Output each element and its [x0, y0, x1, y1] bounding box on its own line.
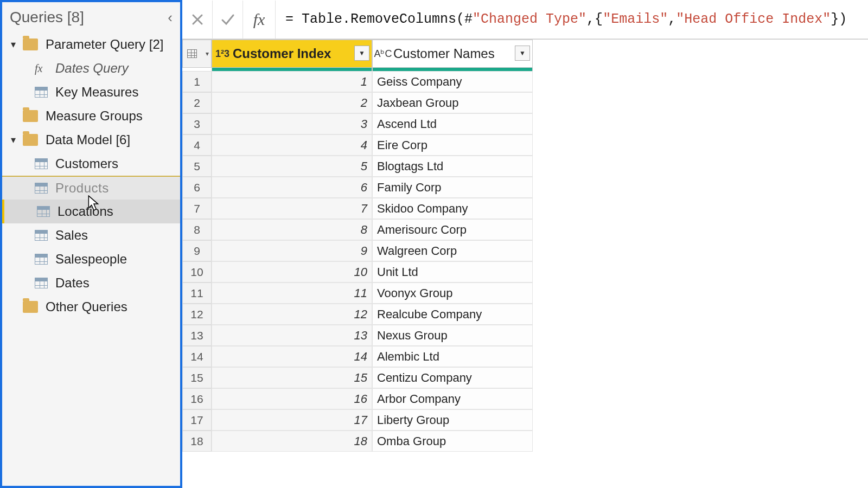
expander-down-icon[interactable]: ▾ — [11, 134, 21, 146]
cell-customer-index[interactable]: 13 — [212, 325, 372, 346]
cell-customer-index[interactable]: 15 — [212, 367, 372, 388]
cell-customer-index[interactable]: 5 — [212, 156, 372, 177]
cell-customer-name[interactable]: Eire Corp — [372, 134, 533, 156]
data-grid-body: 123456789101112131415161718 123456789101… — [182, 71, 868, 452]
folder-icon — [23, 110, 38, 122]
cell-customer-name[interactable]: Skidoo Company — [372, 198, 533, 219]
query-item-label: Dates Query — [55, 61, 129, 76]
query-group[interactable]: ▾Parameter Query [2] — [2, 33, 180, 56]
cell-customer-index[interactable]: 7 — [212, 198, 372, 219]
row-number[interactable]: 3 — [182, 113, 212, 134]
collapse-panel-button[interactable]: ‹ — [168, 10, 173, 24]
row-number[interactable]: 2 — [182, 92, 212, 113]
row-number[interactable]: 10 — [182, 261, 212, 282]
table-icon — [35, 254, 48, 265]
cell-customer-index[interactable]: 6 — [212, 177, 372, 198]
cell-customer-index[interactable]: 1 — [212, 71, 372, 92]
cell-customer-name[interactable]: Omba Group — [372, 431, 533, 452]
query-item[interactable]: Products — [2, 176, 180, 200]
query-item[interactable]: Sales — [2, 223, 180, 247]
column-filter-button[interactable]: ▼ — [515, 46, 530, 61]
query-item-label: Dates — [55, 275, 90, 291]
folder-icon — [23, 301, 38, 313]
data-grid-header: ▾ 1²3 Customer Index ▼ AᵇC Customer Name… — [182, 39, 868, 68]
cell-customer-name[interactable]: Voonyx Group — [372, 282, 533, 304]
row-number[interactable]: 6 — [182, 177, 212, 198]
query-item-label: Key Measures — [55, 85, 138, 100]
row-number[interactable]: 15 — [182, 367, 212, 388]
row-number[interactable]: 8 — [182, 219, 212, 240]
folder-icon — [23, 134, 38, 146]
query-group-label: Data Model [6] — [46, 132, 130, 147]
cell-customer-name[interactable]: Liberty Group — [372, 409, 533, 431]
cancel-formula-button[interactable] — [182, 1, 213, 38]
fx-icon: fx — [243, 1, 276, 38]
query-item[interactable]: Customers — [2, 152, 180, 176]
query-item[interactable]: Dates — [2, 271, 180, 295]
cell-customer-index[interactable]: 12 — [212, 304, 372, 325]
row-number[interactable]: 16 — [182, 388, 212, 409]
row-number[interactable]: 7 — [182, 198, 212, 219]
query-group[interactable]: Measure Groups — [2, 104, 180, 128]
row-number[interactable]: 17 — [182, 409, 212, 431]
formula-bar: fx = Table.RemoveColumns(#"Changed Type"… — [182, 0, 868, 39]
cell-customer-name[interactable]: Ascend Ltd — [372, 113, 533, 134]
query-item[interactable]: fxDates Query — [2, 56, 180, 80]
cell-customer-index[interactable]: 16 — [212, 388, 372, 409]
cell-customer-index[interactable]: 9 — [212, 240, 372, 261]
expander-down-icon[interactable]: ▾ — [11, 38, 21, 50]
query-group-label: Other Queries — [46, 299, 127, 314]
row-number[interactable]: 18 — [182, 431, 212, 452]
cell-customer-index[interactable]: 2 — [212, 92, 372, 113]
cell-customer-name[interactable]: Amerisourc Corp — [372, 219, 533, 240]
folder-icon — [23, 38, 38, 50]
formula-input[interactable]: = Table.RemoveColumns(#"Changed Type",{"… — [276, 1, 868, 38]
column-filter-button[interactable]: ▼ — [354, 46, 369, 61]
cell-customer-name[interactable]: Arbor Company — [372, 388, 533, 409]
commit-formula-button[interactable] — [213, 1, 243, 38]
cell-customer-index[interactable]: 14 — [212, 346, 372, 367]
column-header-label: Customer Index — [233, 46, 331, 61]
cell-customer-name[interactable]: Family Corp — [372, 177, 533, 198]
row-number[interactable]: 14 — [182, 346, 212, 367]
table-icon — [35, 158, 48, 169]
column-header-customer-names[interactable]: AᵇC Customer Names ▼ — [372, 40, 533, 68]
row-number[interactable]: 5 — [182, 156, 212, 177]
query-group-label: Measure Groups — [46, 108, 143, 124]
query-item-label: Locations — [58, 204, 113, 219]
row-number[interactable]: 13 — [182, 325, 212, 346]
row-number[interactable]: 9 — [182, 240, 212, 261]
query-group[interactable]: ▾Data Model [6] — [2, 128, 180, 152]
cell-customer-index[interactable]: 10 — [212, 261, 372, 282]
queries-panel: Queries [8] ‹ ▾Parameter Query [2]fxDate… — [0, 0, 182, 488]
cell-customer-index[interactable]: 4 — [212, 134, 372, 156]
cell-customer-name[interactable]: Unit Ltd — [372, 261, 533, 282]
row-number[interactable]: 4 — [182, 134, 212, 156]
query-item[interactable]: Salespeople — [2, 247, 180, 271]
row-number[interactable]: 1 — [182, 71, 212, 92]
cell-customer-index[interactable]: 3 — [212, 113, 372, 134]
cell-customer-index[interactable]: 18 — [212, 431, 372, 452]
cell-customer-name[interactable]: Walgreen Corp — [372, 240, 533, 261]
query-item-label: Products — [55, 181, 109, 196]
cell-customer-name[interactable]: Nexus Group — [372, 325, 533, 346]
cell-customer-index[interactable]: 17 — [212, 409, 372, 431]
column-header-customer-index[interactable]: 1²3 Customer Index ▼ — [212, 40, 372, 68]
query-item[interactable]: Locations — [2, 200, 180, 223]
table-icon — [37, 206, 50, 217]
grid-corner-button[interactable]: ▾ — [182, 40, 212, 68]
query-item[interactable]: Key Measures — [2, 80, 180, 104]
row-number[interactable]: 12 — [182, 304, 212, 325]
cell-customer-name[interactable]: Geiss Company — [372, 71, 533, 92]
query-item-label: Sales — [55, 228, 88, 243]
cell-customer-name[interactable]: Jaxbean Group — [372, 92, 533, 113]
cell-customer-index[interactable]: 11 — [212, 282, 372, 304]
row-number[interactable]: 11 — [182, 282, 212, 304]
text-type-icon: AᵇC — [373, 48, 393, 60]
cell-customer-name[interactable]: Realcube Company — [372, 304, 533, 325]
cell-customer-index[interactable]: 8 — [212, 219, 372, 240]
query-group[interactable]: Other Queries — [2, 295, 180, 319]
cell-customer-name[interactable]: Alembic Ltd — [372, 346, 533, 367]
cell-customer-name[interactable]: Centizu Company — [372, 367, 533, 388]
cell-customer-name[interactable]: Blogtags Ltd — [372, 156, 533, 177]
